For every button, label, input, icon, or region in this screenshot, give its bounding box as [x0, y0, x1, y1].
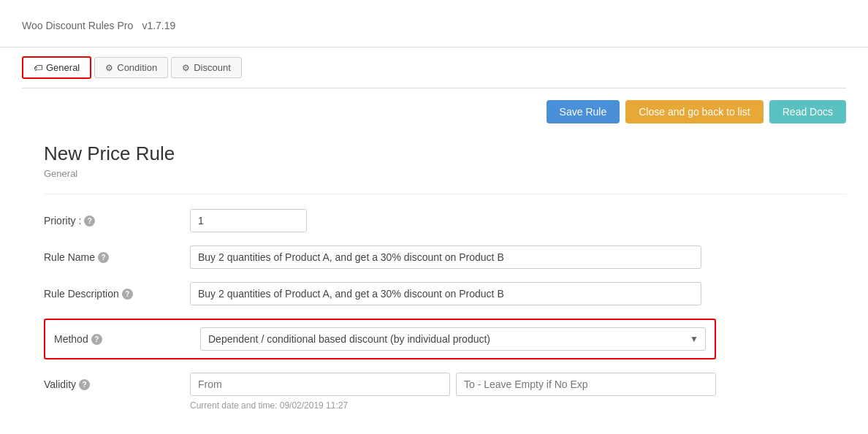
rule-name-row: Rule Name ? — [44, 245, 701, 269]
method-select[interactable]: Dependent / conditional based discount (… — [200, 327, 706, 351]
app-title: Woo Discount Rules Pro v1.7.19 — [22, 15, 846, 34]
validity-from-input[interactable] — [190, 373, 450, 396]
rule-name-help-icon[interactable]: ? — [98, 252, 109, 263]
read-docs-button[interactable]: Read Docs — [769, 100, 846, 123]
method-select-wrap: Dependent / conditional based discount (… — [200, 327, 706, 351]
method-inner: Method ? Dependent / conditional based d… — [54, 327, 706, 351]
method-label: Method ? — [54, 333, 200, 345]
priority-row: Priority : ? — [44, 209, 701, 232]
tab-condition[interactable]: ⚙ Condition — [94, 57, 168, 78]
tab-condition-label: Condition — [117, 62, 157, 73]
tab-general-label: General — [46, 62, 80, 73]
priority-help-icon[interactable]: ? — [84, 216, 95, 226]
validity-help-icon[interactable]: ? — [79, 379, 90, 390]
validity-to-input[interactable] — [456, 373, 716, 396]
tab-discount[interactable]: ⚙ Discount — [171, 57, 242, 78]
rule-description-row: Rule Description ? — [44, 282, 701, 305]
validity-row: Validity ? — [44, 373, 716, 396]
validity-hint: Current date and time: 09/02/2019 11:27 — [190, 400, 846, 411]
content-area: New Price Rule General Priority : ? Rule… — [22, 135, 846, 433]
priority-input[interactable] — [190, 209, 307, 232]
priority-control — [190, 209, 701, 232]
condition-icon: ⚙ — [105, 63, 113, 73]
section-label: General — [44, 168, 846, 179]
tab-discount-label: Discount — [194, 62, 231, 73]
validity-inputs — [190, 373, 716, 396]
tabs-row: 🏷 General ⚙ Condition ⚙ Discount — [22, 47, 846, 88]
rule-description-control — [190, 282, 701, 305]
general-icon: 🏷 — [34, 63, 42, 73]
save-rule-button[interactable]: Save Rule — [547, 100, 620, 123]
actions-row: Save Rule Close and go back to list Read… — [22, 88, 846, 135]
rule-description-input[interactable] — [190, 282, 701, 305]
app-version: v1.7.19 — [142, 20, 175, 31]
validity-label: Validity ? — [44, 373, 190, 390]
discount-icon: ⚙ — [182, 63, 190, 73]
rule-description-label: Rule Description ? — [44, 282, 190, 300]
priority-label: Priority : ? — [44, 209, 190, 226]
rule-name-input[interactable] — [190, 245, 701, 269]
rule-description-help-icon[interactable]: ? — [122, 289, 133, 300]
method-help-icon[interactable]: ? — [91, 334, 102, 345]
rule-name-label: Rule Name ? — [44, 245, 190, 263]
tab-general[interactable]: 🏷 General — [22, 56, 91, 79]
page-heading: New Price Rule — [44, 142, 846, 165]
method-row: Method ? Dependent / conditional based d… — [44, 319, 716, 359]
rule-name-control — [190, 245, 701, 269]
close-and-go-button[interactable]: Close and go back to list — [625, 100, 764, 123]
